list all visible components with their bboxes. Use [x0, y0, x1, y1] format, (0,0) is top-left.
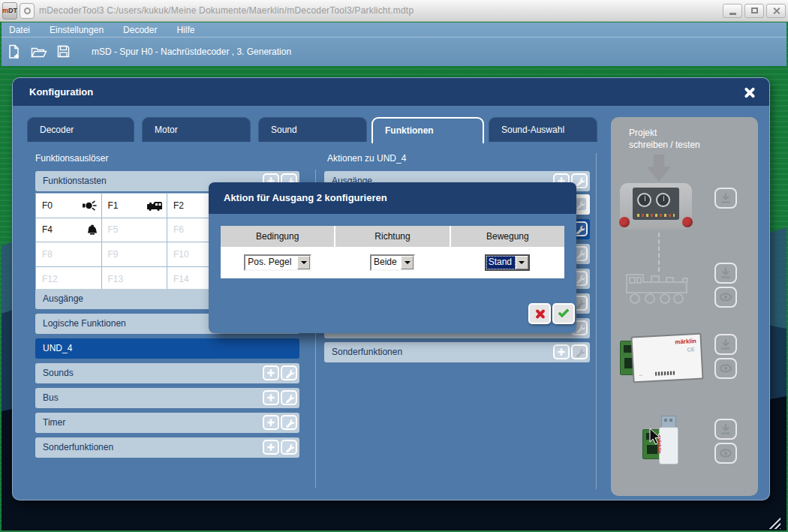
add-button[interactable]	[553, 344, 570, 359]
trigger-sonderfunktionen[interactable]: Sonderfunktionen	[35, 437, 299, 458]
bewegung-dropdown[interactable]: Stand	[485, 254, 530, 271]
konfiguration-header: Konfiguration	[13, 78, 769, 106]
view-locomotive-button[interactable]	[714, 287, 737, 308]
open-file-button[interactable]	[31, 46, 47, 58]
menu-decoder[interactable]: Decoder	[123, 25, 157, 35]
download-icon	[720, 338, 732, 350]
download-icon	[720, 267, 732, 279]
connection-line	[658, 233, 660, 272]
menu-einstellungen[interactable]: Einstellungen	[50, 25, 104, 35]
locomotive-image	[623, 267, 692, 306]
red-knob	[619, 217, 630, 227]
write-to-programmer-button[interactable]	[714, 334, 737, 355]
toolbar: mSD - Spur H0 - Nachrüstdecoder , 3. Gen…	[2, 38, 786, 65]
dialog-table: Bedingung Richtung Bewegung Pos. Pegel B…	[221, 226, 564, 278]
write-to-usb-button[interactable]	[714, 419, 737, 440]
central-station-image	[620, 183, 692, 230]
open-file-icon	[31, 46, 47, 58]
write-to-central-station-button[interactable]	[714, 188, 737, 209]
maximize-button[interactable]	[744, 4, 764, 18]
gauge-icon	[637, 193, 651, 207]
add-button[interactable]	[263, 440, 279, 455]
desktop-edge-left	[0, 22, 2, 532]
fkey-f8[interactable]: F8	[36, 242, 102, 267]
eye-icon	[719, 448, 732, 458]
decoder-type-label: mSD - Spur H0 - Nachrüstdecoder , 3. Gen…	[92, 47, 291, 57]
column-header-richtung: Richtung	[335, 226, 449, 247]
confirm-button[interactable]	[552, 303, 575, 324]
new-file-button[interactable]	[8, 44, 21, 59]
fkey-f5[interactable]: F5	[102, 218, 168, 243]
locomotive-icon	[146, 200, 162, 211]
desktop: mDT mDecoderTool3 C:/users/kukuk/Meine D…	[0, 0, 788, 532]
wrench-icon	[284, 368, 294, 378]
trigger-und4-selected[interactable]: UND_4	[35, 338, 299, 359]
wrench-icon	[575, 176, 585, 186]
window-menu-button[interactable]	[20, 3, 35, 19]
trigger-sounds[interactable]: Sounds	[35, 363, 299, 383]
wrench-icon	[284, 443, 294, 452]
plus-icon	[266, 368, 275, 377]
trigger-timer[interactable]: Timer	[35, 413, 299, 433]
dropdown-arrow-icon[interactable]	[516, 256, 528, 269]
view-programmer-button[interactable]	[714, 358, 737, 379]
new-file-icon	[8, 44, 21, 59]
dropdown-arrow-icon[interactable]	[401, 256, 414, 269]
minimize-button[interactable]	[723, 4, 742, 18]
edit-button[interactable]	[281, 390, 297, 405]
add-button[interactable]	[263, 390, 279, 405]
save-file-button[interactable]	[57, 45, 70, 58]
richtung-dropdown[interactable]: Beide	[370, 254, 415, 271]
wrench-icon	[575, 347, 585, 357]
tab-sound[interactable]: Sound	[258, 117, 367, 142]
plus-icon	[266, 393, 275, 402]
title-bar: mDT mDecoderTool3 C:/users/kukuk/Meine D…	[0, 0, 788, 22]
gauge-icon	[656, 193, 670, 207]
tab-funktionen[interactable]: Funktionen	[371, 117, 484, 143]
project-title-line1: Projekt	[629, 128, 657, 138]
headlight-icon	[83, 200, 97, 211]
desktop-edge-right	[783, 22, 788, 532]
wrench-icon	[284, 418, 294, 428]
bell-icon	[88, 224, 97, 235]
view-usb-button[interactable]	[714, 443, 737, 464]
edit-button[interactable]	[281, 440, 297, 455]
minimize-icon	[729, 13, 736, 15]
fkey-f9[interactable]: F9	[102, 242, 168, 267]
edit-button[interactable]	[281, 415, 297, 430]
add-button[interactable]	[263, 415, 279, 430]
fkey-f0[interactable]: F0	[36, 194, 102, 218]
left-panel-label: Funktionsauslöser	[35, 153, 108, 164]
plus-icon	[557, 347, 566, 356]
cancel-x-icon	[534, 308, 546, 320]
maximize-icon	[751, 8, 758, 14]
add-button[interactable]	[263, 365, 279, 380]
fkey-f13[interactable]: F13	[102, 267, 168, 292]
menu-datei[interactable]: Datei	[9, 25, 30, 35]
section-label: Funktionstasten	[43, 176, 107, 186]
edit-button-disabled	[571, 344, 588, 359]
dropdown-arrow-icon[interactable]	[297, 256, 310, 269]
fkey-f1[interactable]: F1	[102, 194, 168, 218]
column-header-bewegung: Bewegung	[451, 226, 564, 247]
arrow-down-icon	[647, 155, 671, 182]
red-knob	[682, 217, 693, 227]
trigger-bus[interactable]: Bus	[35, 388, 299, 408]
download-icon	[720, 423, 732, 435]
dialog-title: Aktion für Ausgang 2 konfigurieren	[224, 182, 387, 214]
fkey-f4[interactable]: F4	[36, 218, 102, 243]
tab-sound-auswahl[interactable]: Sound-Auswahl	[489, 117, 597, 142]
write-to-locomotive-button[interactable]	[714, 263, 737, 284]
tab-decoder[interactable]: Decoder	[27, 117, 134, 142]
download-icon	[720, 192, 732, 204]
fkey-f12[interactable]: F12	[36, 267, 102, 292]
menu-hilfe[interactable]: Hilfe	[176, 25, 194, 35]
tab-motor[interactable]: Motor	[142, 117, 251, 142]
plus-icon	[266, 443, 275, 452]
edit-button[interactable]	[281, 365, 297, 380]
close-button[interactable]	[766, 4, 786, 18]
actions-section-sonderfunktionen[interactable]: Sonderfunktionen	[324, 342, 590, 362]
cancel-button[interactable]	[528, 303, 551, 324]
bedingung-dropdown[interactable]: Pos. Pegel	[244, 254, 311, 271]
konfiguration-close-button[interactable]	[741, 84, 757, 101]
